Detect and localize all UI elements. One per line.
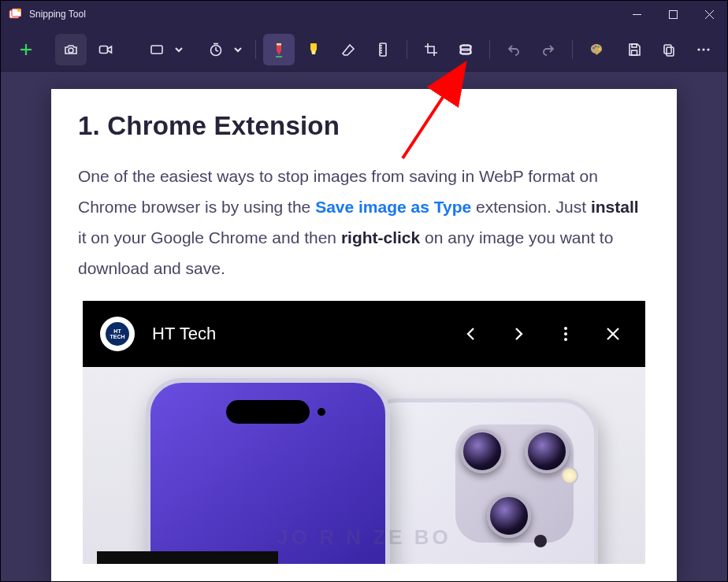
highlighter-tool-button[interactable] <box>298 34 329 65</box>
titlebar: Snipping Tool <box>1 1 727 28</box>
figure-watermark: JO R N ZE BO <box>83 525 645 550</box>
svg-point-38 <box>564 332 567 335</box>
svg-point-39 <box>564 338 567 341</box>
figure-menu-icon <box>551 325 581 343</box>
content-text: extension. Just <box>471 198 591 216</box>
svg-rect-31 <box>632 50 637 55</box>
snip-shape-button[interactable] <box>141 34 173 65</box>
delay-button[interactable] <box>200 34 232 65</box>
undo-button[interactable] <box>498 34 529 65</box>
figure-close-icon <box>598 325 628 343</box>
content-bold: right-click <box>341 228 420 247</box>
svg-rect-18 <box>310 43 317 50</box>
content-text: it on your Google Chrome and then <box>78 228 341 247</box>
dynamic-island-icon <box>226 400 310 424</box>
delay-chevron-icon[interactable] <box>233 46 243 54</box>
svg-point-28 <box>597 46 600 48</box>
figure-brand-label: HT Tech <box>152 324 439 344</box>
toolbar-separator <box>255 40 256 59</box>
titlebar-left: Snipping Tool <box>9 8 86 20</box>
content-heading: 1. Chrome Extension <box>78 111 650 141</box>
video-mode-button[interactable] <box>90 34 121 65</box>
svg-rect-32 <box>664 45 671 54</box>
close-button[interactable] <box>691 1 727 28</box>
svg-line-14 <box>216 50 218 51</box>
redo-button[interactable] <box>533 34 564 65</box>
camera-lens-icon <box>525 429 569 473</box>
svg-point-34 <box>697 48 700 50</box>
toolbar-separator <box>572 40 573 59</box>
svg-rect-33 <box>667 47 674 56</box>
svg-point-29 <box>599 48 601 50</box>
svg-rect-17 <box>277 43 281 46</box>
ht-tech-logo-icon: HT TECH <box>100 317 135 351</box>
more-options-button[interactable] <box>688 34 719 65</box>
svg-rect-30 <box>632 44 637 47</box>
svg-rect-4 <box>669 10 677 18</box>
eraser-tool-button[interactable] <box>332 34 364 65</box>
maximize-button[interactable] <box>655 1 691 28</box>
svg-point-27 <box>595 45 597 47</box>
captured-content-page: 1. Chrome Extension One of the easiest w… <box>51 89 677 581</box>
minimize-button[interactable] <box>618 1 655 28</box>
ruler-tool-button[interactable] <box>367 34 399 65</box>
svg-point-37 <box>564 327 567 330</box>
crop-tool-button[interactable] <box>415 34 447 65</box>
ht-tech-logo-text: HT TECH <box>106 322 129 346</box>
svg-point-26 <box>592 46 595 49</box>
figure-forward-icon <box>503 325 533 343</box>
toolbar-separator <box>407 40 407 59</box>
figure-photo: JO R N ZE BO <box>83 367 645 564</box>
svg-rect-11 <box>151 46 162 54</box>
svg-point-36 <box>707 48 709 50</box>
text-actions-button[interactable] <box>450 34 481 65</box>
svg-point-9 <box>69 48 73 53</box>
camera-flash-icon <box>561 467 578 484</box>
svg-marker-19 <box>311 50 316 54</box>
camera-mode-button[interactable] <box>55 34 87 65</box>
canvas-area: 1. Chrome Extension One of the easiest w… <box>1 72 727 581</box>
edit-in-paint-button[interactable] <box>581 34 612 65</box>
svg-point-2 <box>17 9 20 12</box>
app-icon <box>9 8 21 20</box>
app-title: Snipping Tool <box>29 9 86 20</box>
content-figure: HT TECH HT Tech <box>83 301 645 564</box>
content-paragraph: One of the easiest ways to stop images f… <box>78 161 650 284</box>
figure-back-icon <box>456 325 486 343</box>
snip-shape-chevron-icon[interactable] <box>174 46 184 54</box>
content-bold: install <box>591 198 639 216</box>
toolbar <box>1 28 727 72</box>
pen-tool-button[interactable] <box>263 34 295 65</box>
toolbar-separator <box>489 40 490 59</box>
figure-browser-bar: HT TECH HT Tech <box>83 301 645 367</box>
svg-point-35 <box>702 48 704 50</box>
camera-lens-icon <box>460 429 504 473</box>
window-controls <box>618 1 727 28</box>
figure-dark-strip <box>97 551 278 564</box>
copy-button[interactable] <box>653 34 685 65</box>
app-window: Snipping Tool <box>0 0 728 582</box>
save-button[interactable] <box>618 34 650 65</box>
new-snip-button[interactable] <box>9 34 43 65</box>
content-link: Save image as Type <box>315 198 471 216</box>
svg-rect-10 <box>99 46 107 53</box>
